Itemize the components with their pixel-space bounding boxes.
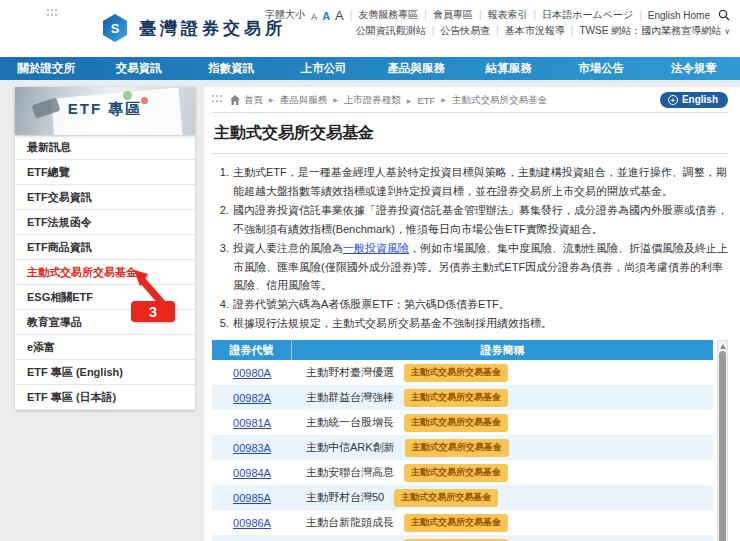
nav-item[interactable]: 上市公司 [278,57,371,80]
utility-link[interactable]: English Home [633,10,710,21]
table-row: 00983A 主動中信ARK創新 主動式交易所交易基金 [212,435,713,460]
breadcrumb-row: 首頁 產品與服務 上市證券種類 ETF 主動式交易所交易基金 + English [212,91,728,109]
etf-type-badge: 主動式交易所交易基金 [404,464,508,482]
divider [212,112,728,113]
breadcrumb-item[interactable]: 首頁 [244,94,263,107]
security-name: 主動野村台灣50 [306,490,384,505]
utility-link[interactable]: 會員專區 [418,8,473,22]
utility-link[interactable]: 友善服務專區 [358,8,418,22]
breadcrumb-item[interactable]: ETF [401,95,436,106]
sidebar-menu-item[interactable]: ETF商品資訊 [15,235,195,260]
sidebar-menu-item[interactable]: 最新訊息 [15,135,195,160]
security-name-cell: 主動台新龍頭成長 主動式交易所交易基金 [292,514,713,532]
security-name: 主動統一台股增長 [306,415,394,430]
english-button-label: English [682,94,718,105]
etf-type-badge: 主動式交易所交易基金 [404,389,508,407]
sidebar-menu-item[interactable]: ETF法規函令 [15,210,195,235]
etf-type-badge: 主動式交易所交易基金 [404,414,508,432]
intro-list: 主動式ETF，是一種基金經理人基於特定投資目標與策略，主動建構投資組合，並進行操… [232,163,728,333]
security-code-link[interactable]: 00985A [233,492,271,504]
sidebar-menu-item[interactable]: e添富 [15,335,195,360]
security-code-link[interactable]: 00980A [233,367,271,379]
nav-item[interactable]: 關於證交所 [0,57,93,80]
security-code-link[interactable]: 00981A [233,417,271,429]
utility-row-2: 公開資訊觀測站 公告快易查 基本市況報導 TWSE 網站：國內業務宣導網站 ∨ [265,23,730,39]
utility-links-1: 友善服務專區 會員專區 報表索引 日本語ホームページ English Home [358,8,710,22]
search-button[interactable] [718,9,730,21]
nav-item[interactable]: 市場公告 [555,57,648,80]
accessibility-anchor[interactable] [212,95,224,105]
table-body: 00980A 主動野村臺灣優選 主動式交易所交易基金 00982A 主 [212,360,713,541]
scrollbar-up-arrow-icon[interactable] [720,344,726,349]
scrollbar-thumb[interactable] [719,351,726,541]
site-header: S 臺灣證券交易所 字體大小 A A A | 友善服務專區 會員專區 報表索引 … [0,0,740,57]
font-size-controls: A A A [311,8,344,23]
sidebar-banner: ETF 專區 [15,87,195,135]
table-row: 00985A 主動野村台灣50 主動式交易所交易基金 [212,485,713,510]
general-investment-risk-link[interactable]: 一般投資風險 [343,242,409,254]
nav-item[interactable]: 結算服務 [463,57,556,80]
security-code-link[interactable]: 00983A [233,442,271,454]
english-button[interactable]: + English [660,92,728,108]
banner-decoration [123,91,132,100]
font-size-large-button[interactable]: A [335,8,344,23]
utility-link[interactable]: TWSE 網站：國內業務宣導網站 [565,24,721,38]
table-row: 00980A 主動野村臺灣優選 主動式交易所交易基金 [212,360,713,385]
security-name: 主動中信ARK創新 [306,440,395,455]
etf-sidebar: ETF 專區 最新訊息 ETF總覽 ETF交易資訊 ETF法規函令 ETF商品資… [15,87,195,541]
utility-link[interactable]: 日本語ホームページ [528,8,634,22]
site-title: 臺灣證券交易所 [139,17,286,40]
security-name: 主動野村臺灣優選 [306,365,394,380]
sidebar-menu-item[interactable]: ETF 專區 (English) [15,360,195,385]
security-code-link[interactable]: 00986A [233,517,271,529]
sidebar-menu-item[interactable]: 主動式交易所交易基金 [15,260,195,285]
security-name: 主動群益台灣強棒 [306,390,394,405]
breadcrumb-item[interactable]: 上市證券種類 [327,94,401,107]
utility-link[interactable]: 公告快易查 [426,24,491,38]
home-icon[interactable] [230,95,240,105]
security-name-cell: 主動野村臺灣優選 主動式交易所交易基金 [292,364,713,382]
nav-item[interactable]: 交易資訊 [93,57,186,80]
nav-item[interactable]: 法令規章 [648,57,740,80]
table-row: 00986A 主動台新龍頭成長 主動式交易所交易基金 [212,510,713,535]
sidebar-menu-item[interactable]: 教育宣導品 [15,310,195,335]
chevron-down-icon[interactable]: ∨ [724,27,730,36]
breadcrumb-item[interactable]: 主動式交易所交易基金 [435,94,547,107]
utility-link[interactable]: 報表索引 [473,8,528,22]
security-code-cell: 00985A [212,492,292,504]
search-icon [718,9,730,21]
security-name-cell: 主動野村台灣50 主動式交易所交易基金 [292,489,713,507]
utility-row-1: 字體大小 A A A | 友善服務專區 會員專區 報表索引 日本語ホームページ … [265,7,730,23]
twse-logo[interactable]: S 臺灣證券交易所 [100,13,286,43]
accessibility-anchor[interactable] [47,9,59,19]
sidebar-menu-item[interactable]: ETF總覽 [15,160,195,185]
etf-table: 證券代號 證券簡稱 00980A 主動野村臺灣優選 主動式交易所交易基金 [212,340,728,541]
font-size-medium-button[interactable]: A [322,10,330,22]
breadcrumb: 首頁 產品與服務 上市證券種類 ETF 主動式交易所交易基金 [244,94,547,107]
security-code-link[interactable]: 00984A [233,467,271,479]
security-name: 主動安聯台灣高息 [306,465,394,480]
breadcrumb-item[interactable]: 產品與服務 [263,94,327,107]
table-row: 00984A 主動安聯台灣高息 主動式交易所交易基金 [212,460,713,485]
sidebar-menu: 最新訊息 ETF總覽 ETF交易資訊 ETF法規函令 ETF商品資訊 主動式交易… [15,135,195,410]
main-panel: 首頁 產品與服務 上市證券種類 ETF 主動式交易所交易基金 + English… [204,87,740,541]
font-size-small-button[interactable]: A [311,12,317,22]
utility-links-2: 公開資訊觀測站 公告快易查 基本市況報導 TWSE 網站：國內業務宣導網站 [356,24,722,38]
table-scrollbar[interactable] [717,340,728,541]
sidebar-menu-item[interactable]: ETF交易資訊 [15,185,195,210]
security-name-cell: 主動安聯台灣高息 主動式交易所交易基金 [292,464,713,482]
sidebar-menu-item[interactable]: ESG相關ETF [15,285,195,310]
sidebar-title: ETF 專區 [15,100,195,119]
utility-link[interactable]: 基本市況報導 [490,24,565,38]
intro-item: 國內證券投資信託事業依據「證券投資信託基金管理辦法」募集發行，成分證券為國內外股… [232,201,728,239]
nav-item[interactable]: 產品與服務 [370,57,463,80]
etf-type-badge: 主動式交易所交易基金 [404,364,508,382]
nav-item[interactable]: 指數資訊 [185,57,278,80]
security-code-link[interactable]: 00982A [233,392,271,404]
globe-icon: + [668,95,678,105]
intro-item: 主動式ETF，是一種基金經理人基於特定投資目標與策略，主動建構投資組合，並進行操… [232,163,728,201]
security-code-cell: 00981A [212,417,292,429]
etf-type-badge: 主動式交易所交易基金 [394,489,498,507]
sidebar-menu-item[interactable]: ETF 專區 (日本語) [15,385,195,410]
utility-link[interactable]: 公開資訊觀測站 [356,24,426,38]
